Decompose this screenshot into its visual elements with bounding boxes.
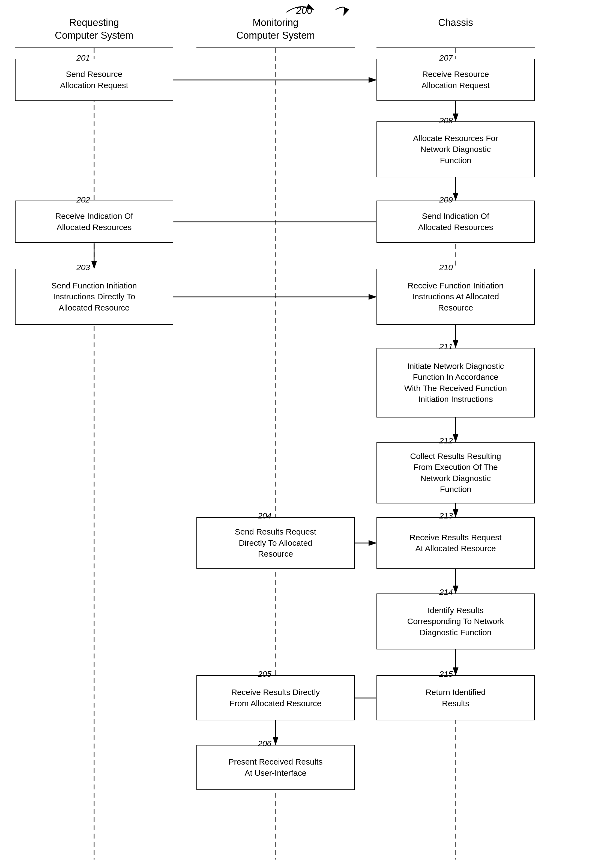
box-204: Send Results RequestDirectly To Allocate… — [197, 517, 355, 569]
ref-204: 204 — [258, 511, 272, 520]
diagram-container: 200 RequestingComputer System Monitoring… — [0, 0, 601, 868]
col-header-chassis: Chassis — [377, 16, 535, 29]
ref-211: 211 — [439, 342, 453, 351]
ref-212: 212 — [439, 436, 453, 445]
ref-214: 214 — [439, 587, 453, 597]
col-header-monitoring: MonitoringComputer System — [197, 16, 355, 42]
ref-215: 215 — [439, 669, 453, 679]
box-208: Allocate Resources ForNetwork Diagnostic… — [377, 121, 535, 177]
box-215: Return IdentifiedResults — [377, 675, 535, 720]
ref-201: 201 — [76, 53, 90, 63]
box-206: Present Received ResultsAt User-Interfac… — [197, 745, 355, 790]
ref-207: 207 — [439, 53, 453, 63]
box-209: Send Indication OfAllocated Resources — [377, 201, 535, 243]
box-203: Send Function InitiationInstructions Dir… — [15, 269, 173, 325]
box-211: Initiate Network DiagnosticFunction In A… — [377, 348, 535, 418]
ref-205: 205 — [258, 669, 272, 679]
col-header-requesting: RequestingComputer System — [15, 16, 173, 42]
box-212: Collect Results ResultingFrom Execution … — [377, 442, 535, 503]
ref-213: 213 — [439, 511, 453, 520]
box-213: Receive Results RequestAt Allocated Reso… — [377, 517, 535, 569]
box-205: Receive Results DirectlyFrom Allocated R… — [197, 675, 355, 720]
box-210: Receive Function InitiationInstructions … — [377, 269, 535, 325]
ref-202: 202 — [76, 195, 90, 204]
box-201: Send ResourceAllocation Request — [15, 59, 173, 101]
ref-203: 203 — [76, 263, 90, 272]
ref-208: 208 — [439, 116, 453, 125]
fig-number: 200 — [296, 5, 313, 16]
box-207: Receive ResourceAllocation Request — [377, 59, 535, 101]
box-214: Identify ResultsCorresponding To Network… — [377, 593, 535, 650]
ref-210: 210 — [439, 263, 453, 272]
ref-209: 209 — [439, 195, 453, 204]
ref-206: 206 — [258, 739, 272, 748]
box-202: Receive Indication OfAllocated Resources — [15, 201, 173, 243]
